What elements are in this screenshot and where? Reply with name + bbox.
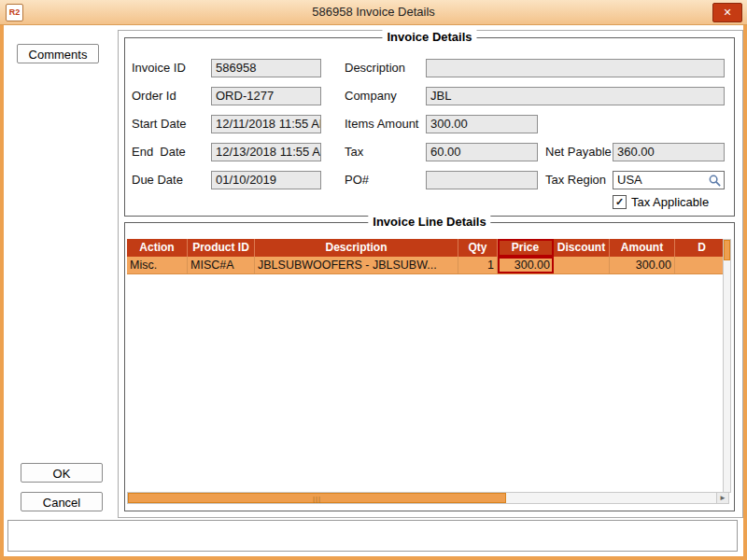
col-header-action[interactable]: Action — [127, 239, 188, 257]
start-date-label: Start Date — [132, 115, 187, 133]
company-label: Company — [345, 87, 397, 105]
tax-field: 60.00 — [426, 143, 538, 161]
end-date-label: End Date — [132, 143, 186, 161]
cell-amount[interactable]: 300.00 — [610, 257, 675, 273]
invoice-line-details-group-title: Invoice Line Details — [368, 215, 490, 229]
col-header-product-id[interactable]: Product ID — [188, 239, 255, 257]
tax-region-label: Tax Region — [545, 171, 606, 189]
close-button[interactable]: ✕ — [712, 3, 742, 22]
cell-price[interactable]: 300.00 — [498, 257, 554, 273]
invoice-line-details-group: Invoice Line Details Action Product ID D… — [124, 222, 735, 511]
status-bar — [7, 520, 738, 552]
description-field — [426, 59, 725, 77]
vertical-scrollbar-thumb[interactable] — [724, 240, 730, 260]
po-label: PO# — [345, 171, 369, 189]
invoice-id-label: Invoice ID — [132, 59, 186, 77]
items-amount-label: Items Amount — [345, 115, 418, 133]
net-payable-field: 360.00 — [613, 143, 725, 161]
tax-applicable-row: ✓ Tax Applicable — [613, 195, 709, 209]
scroll-right-arrow-icon[interactable]: ► — [716, 493, 728, 503]
table-header-row: Action Product ID Description Qty Price … — [127, 239, 729, 257]
horizontal-scrollbar-thumb[interactable]: ||| — [128, 493, 506, 503]
tax-region-field[interactable]: USA — [613, 171, 725, 189]
ok-button[interactable]: OK — [21, 463, 103, 483]
col-header-amount[interactable]: Amount — [610, 239, 675, 257]
description-label: Description — [345, 59, 405, 77]
invoice-details-dialog: 586958 Invoice Details R2 ✕ Comments OK … — [0, 0, 747, 560]
app-icon: R2 — [6, 4, 23, 21]
tax-region-value: USA — [617, 173, 642, 187]
invoice-details-group: Invoice Details Invoice ID 586958 Order … — [124, 37, 735, 217]
horizontal-scrollbar[interactable]: ||| ► — [127, 492, 729, 504]
col-header-qty[interactable]: Qty — [458, 239, 498, 257]
due-date-label: Due Date — [132, 171, 183, 189]
invoice-details-group-title: Invoice Details — [382, 30, 476, 44]
cell-product-id[interactable]: MISC#A — [188, 257, 255, 273]
due-date-field: 01/10/2019 — [211, 171, 321, 189]
cancel-button[interactable]: Cancel — [21, 492, 103, 511]
title-bar: 586958 Invoice Details R2 ✕ — [0, 0, 747, 25]
cell-qty[interactable]: 1 — [458, 257, 498, 273]
cell-description[interactable]: JBLSUBWOOFERS - JBLSUBW... — [255, 257, 458, 273]
company-field: JBL — [426, 87, 725, 105]
po-field — [426, 171, 538, 189]
col-header-discount[interactable]: Discount — [554, 239, 610, 257]
order-id-label: Order Id — [132, 87, 176, 105]
col-header-d[interactable]: D — [675, 239, 729, 257]
cell-discount[interactable] — [554, 257, 610, 273]
cell-d[interactable] — [675, 257, 729, 273]
table-row[interactable]: Misc. MISC#A JBLSUBWOOFERS - JBLSUBW... … — [127, 257, 729, 274]
cell-action[interactable]: Misc. — [127, 257, 188, 273]
tax-label: Tax — [345, 143, 363, 161]
comments-button[interactable]: Comments — [17, 44, 99, 63]
net-payable-label: Net Payable — [545, 143, 612, 161]
col-header-price[interactable]: Price — [498, 239, 554, 257]
line-items-table: Action Product ID Description Qty Price … — [127, 239, 729, 274]
order-id-field: ORD-1277 — [211, 87, 321, 105]
window-title: 586958 Invoice Details — [0, 0, 747, 24]
col-header-description[interactable]: Description — [255, 239, 458, 257]
search-icon[interactable] — [708, 174, 722, 188]
invoice-id-field: 586958 — [211, 59, 321, 77]
tax-applicable-label: Tax Applicable — [631, 195, 709, 209]
items-amount-field: 300.00 — [426, 115, 538, 133]
tax-applicable-checkbox[interactable]: ✓ — [613, 195, 627, 209]
vertical-scrollbar[interactable] — [723, 239, 731, 493]
start-date-field: 12/11/2018 11:55 AM — [211, 115, 321, 133]
end-date-field: 12/13/2018 11:55 AM — [211, 143, 321, 161]
